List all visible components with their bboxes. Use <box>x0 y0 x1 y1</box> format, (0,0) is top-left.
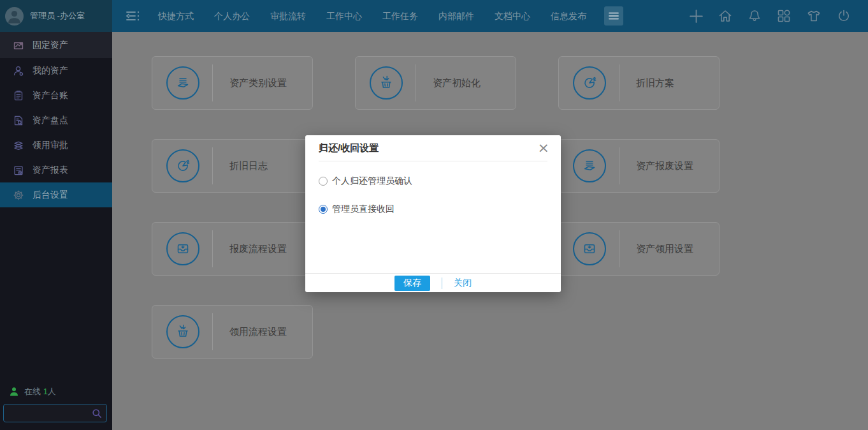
gear-icon <box>13 189 24 201</box>
report-icon <box>13 165 24 176</box>
card-asset-initialization[interactable]: 资产初始化 <box>355 56 516 110</box>
sidebar-item-asset-inventory[interactable]: 资产盘点 <box>0 108 112 133</box>
dialog-body: 个人归还管理员确认 管理员直接收回 <box>305 161 561 215</box>
search-input[interactable] <box>4 404 106 422</box>
sidebar-item-asset-reports[interactable]: 资产报表 <box>0 158 112 182</box>
save-button[interactable]: 保存 <box>394 276 430 291</box>
radio-option-personal-return[interactable]: 个人归还管理员确认 <box>319 175 547 187</box>
close-icon[interactable]: × <box>538 142 549 154</box>
user-area[interactable]: 管理员 -办公室 <box>0 0 112 32</box>
card-requisition-process-settings[interactable]: 领用流程设置 <box>152 305 313 359</box>
sidebar-module-header[interactable]: 固定资产 <box>0 32 112 58</box>
dialog-footer: 保存 关闭 <box>305 273 561 292</box>
avatar <box>5 7 24 26</box>
card-depreciation-log[interactable]: 折旧日志 <box>152 139 313 193</box>
apps-icon[interactable] <box>776 8 792 24</box>
layers-hand-icon <box>166 66 199 100</box>
pie-chart-icon <box>166 149 199 182</box>
dialog-title: 归还/收回设置 <box>319 142 379 154</box>
inbox-download-icon <box>573 232 606 265</box>
user-name: 管理员 -办公室 <box>30 10 85 22</box>
card-label: 报废流程设置 <box>229 243 287 255</box>
sidebar-item-my-assets[interactable]: 我的资产 <box>0 58 112 83</box>
card-divider <box>212 64 213 101</box>
nav-item-personal-office[interactable]: 个人办公 <box>204 0 260 32</box>
card-divider <box>619 64 619 101</box>
basket-download-icon <box>166 315 199 348</box>
sidebar-item-label: 领用审批 <box>33 140 68 151</box>
card-divider <box>212 230 213 267</box>
topbar-icons <box>689 8 868 24</box>
footer-divider <box>442 278 442 289</box>
online-status: 在线 1人 <box>0 386 112 404</box>
sidebar-item-asset-ledger[interactable]: 资产台账 <box>0 83 112 108</box>
sidebar: 固定资产 我的资产 资产台账 <box>0 32 112 430</box>
nav-item-info-publish[interactable]: 信息发布 <box>540 0 597 32</box>
inbox-download-icon <box>166 232 199 265</box>
nav-item-document-center[interactable]: 文档中心 <box>484 0 540 32</box>
nav-item-internal-mail[interactable]: 内部邮件 <box>428 0 484 32</box>
hamburger-icon <box>608 10 619 22</box>
card-scrap-process-settings[interactable]: 报废流程设置 <box>152 222 313 276</box>
sidebar-search <box>3 404 107 422</box>
radio-unselected-icon[interactable] <box>319 177 328 186</box>
card-label: 资产类别设置 <box>229 77 287 89</box>
nav-item-work-tasks[interactable]: 工作任务 <box>372 0 428 32</box>
person-icon <box>13 65 24 77</box>
nav-item-approval-flow[interactable]: 审批流转 <box>260 0 316 32</box>
card-asset-scrap-settings[interactable]: 资产报废设置 <box>558 139 720 193</box>
card-divider <box>212 313 213 350</box>
card-divider <box>212 147 213 184</box>
card-divider <box>619 147 619 184</box>
sidebar-item-label: 资产盘点 <box>33 115 68 126</box>
card-label: 资产初始化 <box>433 77 481 89</box>
nav-item-work-center[interactable]: 工作中心 <box>316 0 372 32</box>
layers-hand-icon <box>573 149 606 182</box>
dialog-header: 归还/收回设置 × <box>305 135 561 161</box>
basket-download-icon <box>370 66 403 100</box>
card-label: 资产领用设置 <box>636 243 693 255</box>
pie-chart-icon <box>573 66 606 100</box>
sidebar-item-label: 后台设置 <box>33 189 68 201</box>
bell-icon[interactable] <box>747 8 762 24</box>
theme-shirt-icon[interactable] <box>806 8 822 24</box>
topbar: 管理员 -办公室 快捷方式 个人办公 审批流转 工作中心 工作任务 内部邮件 文… <box>0 0 868 32</box>
more-menus-button[interactable] <box>604 6 623 26</box>
return-recover-settings-dialog: 归还/收回设置 × 个人归还管理员确认 管理员直接收回 保存 关闭 <box>305 135 561 292</box>
search-icon[interactable] <box>92 408 102 419</box>
menu-toggle-icon[interactable] <box>125 10 141 22</box>
sidebar-item-label: 资产台账 <box>33 90 68 101</box>
card-divider <box>416 64 416 101</box>
card-label: 资产报废设置 <box>636 160 693 172</box>
main-nav: 快捷方式 个人办公 审批流转 工作中心 工作任务 内部邮件 文档中心 信息发布 <box>148 0 597 32</box>
card-label: 领用流程设置 <box>229 326 287 338</box>
card-asset-category-settings[interactable]: 资产类别设置 <box>152 56 313 110</box>
power-icon[interactable] <box>836 8 851 24</box>
nav-item-shortcuts[interactable]: 快捷方式 <box>148 0 204 32</box>
doc-search-icon <box>13 115 24 126</box>
fixed-assets-icon <box>13 40 24 51</box>
sidebar-item-requisition-approval[interactable]: 领用审批 <box>0 133 112 158</box>
sidebar-spacer <box>0 207 112 386</box>
close-button[interactable]: 关闭 <box>454 278 472 289</box>
card-divider <box>619 230 619 267</box>
online-text: 在线 1人 <box>24 386 56 397</box>
plus-icon[interactable] <box>689 9 704 24</box>
radio-selected-icon[interactable] <box>319 205 328 214</box>
card-label: 折旧方案 <box>636 77 674 89</box>
sidebar-item-backend-settings[interactable]: 后台设置 <box>0 182 112 207</box>
card-label: 折旧日志 <box>229 160 268 172</box>
clipboard-icon <box>13 90 24 101</box>
radio-option-admin-recover[interactable]: 管理员直接收回 <box>319 204 547 215</box>
card-asset-requisition-settings[interactable]: 资产领用设置 <box>558 222 720 276</box>
home-icon[interactable] <box>718 8 733 24</box>
app-root: 管理员 -办公室 快捷方式 个人办公 审批流转 工作中心 工作任务 内部邮件 文… <box>0 0 868 430</box>
sidebar-item-label: 我的资产 <box>33 65 68 77</box>
online-count: 1 <box>43 387 48 396</box>
layers-icon <box>13 140 24 151</box>
sidebar-item-label: 资产报表 <box>33 165 68 176</box>
radio-label: 个人归还管理员确认 <box>332 175 412 187</box>
sidebar-module-label: 固定资产 <box>33 40 68 51</box>
card-depreciation-plan[interactable]: 折旧方案 <box>558 56 720 110</box>
radio-label: 管理员直接收回 <box>332 204 394 215</box>
